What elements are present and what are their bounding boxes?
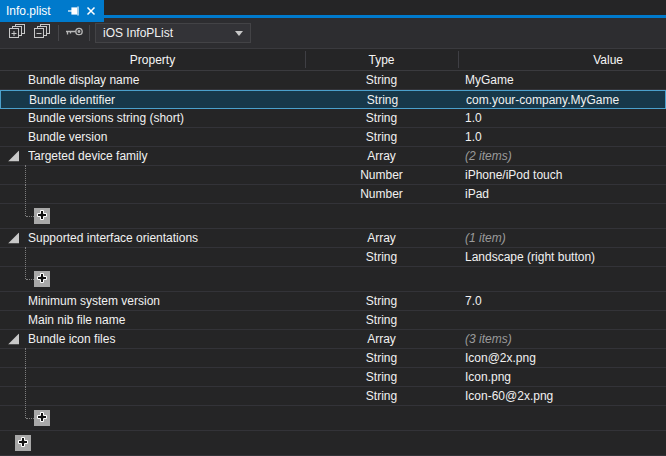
tree-guide-line [25, 405, 26, 418]
value-cell[interactable]: Icon@2x.png [465, 349, 661, 367]
tree-guide-line [26, 216, 34, 217]
plist-editor-window: Info.plist [0, 0, 666, 456]
key-toggle-button[interactable] [63, 22, 85, 44]
view-selector-value: iOS InfoPList [103, 26, 173, 40]
plist-table-body: Bundle display nameStringMyGameBundle id… [0, 71, 666, 456]
add-entry-button[interactable] [15, 435, 31, 451]
remove-layers-button[interactable] [31, 22, 53, 44]
plist-row[interactable]: Bundle display nameStringMyGame [0, 71, 666, 90]
column-header-type[interactable]: Type [305, 49, 458, 70]
plist-row[interactable]: Supported interface orientationsArray(1 … [0, 229, 666, 248]
property-cell: Bundle version [28, 128, 300, 146]
add-entry-button[interactable] [34, 271, 50, 287]
value-cell[interactable]: iPhone/iPod touch [465, 166, 661, 184]
column-header-property[interactable]: Property [0, 49, 305, 70]
type-cell[interactable]: String [305, 387, 458, 405]
type-cell[interactable]: Array [305, 330, 458, 348]
value-cell[interactable]: Landscape (right button) [465, 248, 661, 266]
column-header-value[interactable]: Value [458, 49, 666, 70]
type-cell[interactable]: Number [305, 166, 458, 184]
plus-icon [17, 436, 29, 451]
expander-icon[interactable] [8, 233, 19, 244]
toolbar-separator [89, 25, 90, 41]
property-cell [28, 387, 300, 405]
grid-header: Property Type Value [0, 48, 666, 71]
plist-row[interactable]: Bundle icon filesArray(3 items) [0, 330, 666, 349]
tree-guide-line [25, 165, 26, 185]
type-cell[interactable]: String [305, 311, 458, 329]
plist-row[interactable]: NumberiPhone/iPod touch [0, 166, 666, 185]
value-cell[interactable]: (1 item) [465, 229, 661, 247]
type-cell[interactable]: String [305, 248, 458, 266]
toolbar: iOS InfoPList [0, 18, 666, 48]
plus-icon [36, 411, 48, 426]
close-icon[interactable] [84, 4, 98, 18]
tab-info-plist[interactable]: Info.plist [0, 0, 104, 22]
plist-row[interactable]: StringIcon.png [0, 368, 666, 387]
expander-icon[interactable] [8, 151, 19, 162]
plist-row[interactable]: StringIcon-60@2x.png [0, 387, 666, 406]
chevron-down-icon [235, 31, 243, 36]
tree-guide-line [25, 266, 26, 279]
plist-row[interactable]: Minimum system versionString7.0 [0, 292, 666, 311]
value-cell[interactable]: 1.0 [465, 109, 661, 127]
tree-guide-line [26, 279, 34, 280]
add-row [0, 267, 666, 292]
type-cell[interactable]: Array [305, 147, 458, 165]
plist-row[interactable]: Targeted device familyArray(2 items) [0, 147, 666, 166]
value-cell[interactable]: (3 items) [465, 330, 661, 348]
type-cell[interactable]: Array [305, 229, 458, 247]
type-cell[interactable]: Number [305, 185, 458, 203]
plist-row[interactable]: NumberiPad [0, 185, 666, 204]
value-cell[interactable]: 1.0 [465, 128, 661, 146]
plist-row[interactable]: StringLandscape (right button) [0, 248, 666, 267]
value-cell[interactable]: com.your-company.MyGame [466, 91, 662, 108]
pin-icon[interactable] [66, 4, 80, 18]
property-cell [28, 248, 300, 266]
key-icon [64, 25, 84, 41]
add-row [0, 204, 666, 229]
column-divider[interactable] [458, 51, 459, 68]
property-cell: Main nib file name [28, 311, 300, 329]
tab-title: Info.plist [6, 4, 51, 18]
property-cell: Bundle display name [28, 71, 300, 89]
property-cell: Minimum system version [28, 292, 300, 310]
property-cell [28, 368, 300, 386]
type-cell[interactable]: String [305, 128, 458, 146]
value-cell[interactable] [465, 311, 661, 329]
property-cell: Supported interface orientations [28, 229, 300, 247]
toolbar-separator [58, 25, 59, 41]
tree-guide-line [25, 247, 26, 267]
plist-row[interactable]: Bundle versions string (short)String1.0 [0, 109, 666, 128]
plus-icon [36, 209, 48, 224]
add-entry-button[interactable] [34, 410, 50, 426]
value-cell[interactable]: Icon.png [465, 368, 661, 386]
property-cell [28, 349, 300, 367]
expander-icon[interactable] [8, 334, 19, 345]
layers-minus-icon [33, 23, 51, 43]
type-cell[interactable]: String [305, 109, 458, 127]
value-cell[interactable]: iPad [465, 185, 661, 203]
add-layers-button[interactable] [6, 22, 28, 44]
add-entry-button[interactable] [34, 208, 50, 224]
column-divider[interactable] [305, 51, 306, 68]
value-cell[interactable]: 7.0 [465, 292, 661, 310]
value-cell[interactable]: (2 items) [465, 147, 661, 165]
type-cell[interactable]: String [305, 292, 458, 310]
plist-row[interactable]: Bundle identifierStringcom.your-company.… [0, 90, 666, 109]
tree-guide-line [25, 184, 26, 204]
type-cell[interactable]: String [306, 91, 459, 108]
plist-row[interactable]: Main nib file nameString [0, 311, 666, 330]
tree-guide-line [25, 367, 26, 387]
type-cell[interactable]: String [305, 71, 458, 89]
view-selector-dropdown[interactable]: iOS InfoPList [95, 23, 251, 43]
plist-row[interactable]: StringIcon@2x.png [0, 349, 666, 368]
value-cell[interactable]: Icon-60@2x.png [465, 387, 661, 405]
type-cell[interactable]: String [305, 368, 458, 386]
property-cell: Bundle icon files [28, 330, 300, 348]
plus-icon [36, 272, 48, 287]
plist-row[interactable]: Bundle versionString1.0 [0, 128, 666, 147]
value-cell[interactable]: MyGame [465, 71, 661, 89]
type-cell[interactable]: String [305, 349, 458, 367]
property-cell [28, 166, 300, 184]
